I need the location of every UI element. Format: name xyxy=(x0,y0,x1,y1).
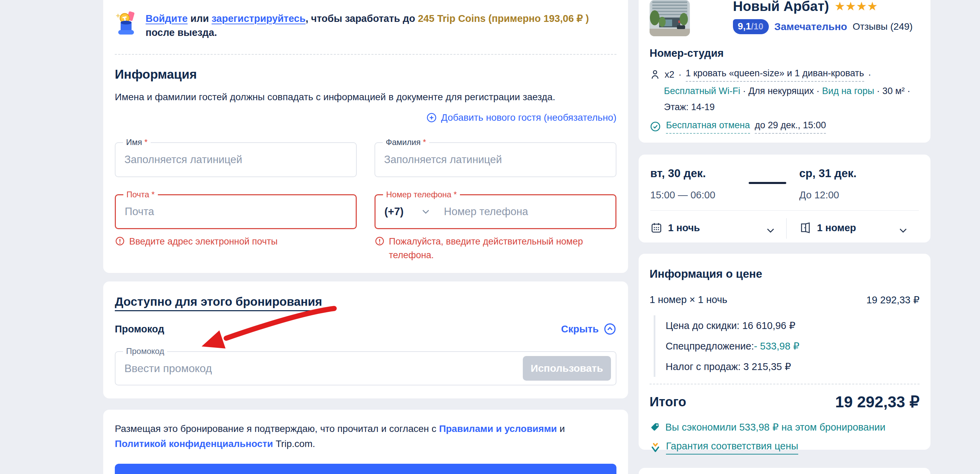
privacy-link[interactable]: Политикой конфиденциальности xyxy=(115,439,273,449)
savings-line: Вы сэкономили 533,98 ₽ на этом бронирова… xyxy=(649,421,920,433)
bed-info-link[interactable]: 1 кровать «queen-size» и 1 диван-кровать xyxy=(686,67,864,82)
login-link[interactable]: Войдите xyxy=(146,13,188,24)
rating-grade: Замечательно xyxy=(774,21,847,32)
door-icon xyxy=(799,222,811,234)
hotel-stars: ★★★★ xyxy=(835,0,878,13)
email-field[interactable]: Почта * xyxy=(115,194,357,229)
info-subtitle: Имена и фамилии гостей должны совпадать … xyxy=(115,91,616,103)
add-guest-link[interactable]: Добавить нового гостя (необязательно) xyxy=(115,112,616,123)
country-code-selector[interactable]: (+7) xyxy=(384,206,404,218)
email-label: Почта xyxy=(126,190,150,199)
cancellation-line: Бесплатная отмена до 29 дек., 15:00 xyxy=(649,119,826,134)
email-error: Введите адрес электронной почты xyxy=(115,235,357,262)
hide-promo-link[interactable]: Скрыть xyxy=(561,322,616,335)
price-line-value: 19 292,33 ₽ xyxy=(866,294,920,306)
terms-text: Размещая это бронирование я подтверждаю,… xyxy=(115,421,616,452)
checkout-date[interactable]: ср, 31 дек. xyxy=(799,167,857,180)
pre-discount-price: Цена до скидки: 16 610,96 ₽ xyxy=(666,315,920,336)
submit-button[interactable] xyxy=(115,464,616,474)
divider xyxy=(786,218,787,239)
nights-selector[interactable]: 1 ночь xyxy=(650,222,700,234)
sales-tax-line: Налог с продаж: 3 215,35 ₽ xyxy=(666,356,920,377)
total-row: Итого 19 292,33 ₽ xyxy=(649,393,920,411)
checkin-date[interactable]: вт, 30 дек. xyxy=(650,167,706,180)
check-circle-icon xyxy=(649,121,661,132)
required-asterisk: * xyxy=(423,137,426,147)
required-asterisk: * xyxy=(151,190,154,199)
next-card-partial xyxy=(639,468,931,474)
price-match-icon xyxy=(649,442,661,453)
chevron-down-icon xyxy=(897,224,909,237)
checkout-page: Войдите или зарегистрируйтесь, чтобы зар… xyxy=(0,0,980,474)
last-name-field[interactable]: Фамилия * xyxy=(374,142,616,177)
total-value: 19 292,33 ₽ xyxy=(835,393,920,411)
special-offer-value: - 533,98 ₽ xyxy=(754,341,800,351)
room-occupancy-line: x2 · 1 кровать «queen-size» и 1 диван-кр… xyxy=(649,67,871,82)
stay-dates-card: вт, 30 дек. ср, 31 дек. 15:00 — 06:00 До… xyxy=(639,155,931,243)
first-name-input[interactable] xyxy=(116,143,356,177)
phone-input[interactable] xyxy=(444,195,606,228)
error-icon xyxy=(374,236,385,246)
plus-circle-icon xyxy=(426,112,437,123)
checkout-time: До 12:00 xyxy=(799,190,839,201)
price-info-card: Информация о цене 1 номер × 1 ночь 19 29… xyxy=(639,254,931,450)
guest-info-card: Войдите или зарегистрируйтесь, чтобы зар… xyxy=(103,0,628,273)
room-type: Номер-студия xyxy=(649,47,724,59)
divider xyxy=(649,384,920,385)
phone-field[interactable]: Номер телефона * (+7) xyxy=(374,194,616,229)
promo-heading: Доступно для этого бронирования xyxy=(115,294,322,309)
free-cancellation-link[interactable]: Бесплатная отмена xyxy=(666,119,750,134)
promo-label: Промокод xyxy=(115,324,164,335)
price-breakdown: Цена до скидки: 16 610,96 ₽ Спецпредложе… xyxy=(654,315,920,377)
error-icon xyxy=(115,236,125,246)
hotel-photo xyxy=(649,0,690,36)
phone-label: Номер телефона xyxy=(386,190,452,199)
first-name-field[interactable]: Имя * xyxy=(115,142,357,177)
dates-separator xyxy=(749,182,786,184)
price-heading: Информация о цене xyxy=(649,267,920,281)
chevron-up-circle-icon xyxy=(603,322,616,335)
price-line: 1 номер × 1 ночь 19 292,33 ₽ xyxy=(649,294,920,306)
hotel-summary-card: Новый Арбат) ★★★★ 9,1/10 Замечательно От… xyxy=(639,0,931,143)
promo-card: Доступно для этого бронирования Промокод… xyxy=(103,281,628,398)
person-icon xyxy=(649,69,660,80)
wifi-link[interactable]: Бесплатный Wi-Fi xyxy=(664,86,740,96)
room-floor-line: Этаж: 14-19 xyxy=(664,101,715,113)
chevron-down-icon xyxy=(420,206,431,217)
rooms-selector[interactable]: 1 номер xyxy=(799,222,856,234)
reviews-count[interactable]: Отзывы (249) xyxy=(853,21,913,32)
register-link[interactable]: зарегистрируйтесь xyxy=(212,13,305,24)
tag-icon xyxy=(649,422,660,433)
hotel-name: Новый Арбат) ★★★★ xyxy=(733,0,878,14)
price-guarantee-line: Гарантия соответствия цены xyxy=(649,440,920,455)
required-asterisk: * xyxy=(144,137,147,147)
room-amenities-line: Бесплатный Wi-Fi · Для некурящих · Вид н… xyxy=(664,85,910,97)
terms-link[interactable]: Правилами и условиями xyxy=(439,423,557,434)
special-offer-line: Спецпредложение:- 533,98 ₽ xyxy=(666,336,920,356)
first-name-label: Имя xyxy=(126,137,142,147)
checkin-time: 15:00 — 06:00 xyxy=(650,190,715,201)
promo-code-field[interactable]: Промокод Использовать xyxy=(115,351,616,385)
price-guarantee-link[interactable]: Гарантия соответствия цены xyxy=(666,440,798,455)
view-link[interactable]: Вид на горы xyxy=(822,86,874,96)
rating-badge: 9,1/10 xyxy=(733,19,769,34)
divider xyxy=(115,54,616,55)
total-label: Итого xyxy=(649,395,686,409)
required-asterisk: * xyxy=(454,190,457,199)
trip-coins-text: 245 Trip Coins (примерно 193,06 ₽ ) xyxy=(418,13,589,24)
calendar-icon xyxy=(650,222,663,234)
login-banner-text: Войдите или зарегистрируйтесь, чтобы зар… xyxy=(146,10,589,40)
info-heading: Информация xyxy=(115,67,616,82)
apply-promo-button[interactable]: Использовать xyxy=(523,356,611,381)
login-banner: Войдите или зарегистрируйтесь, чтобы зар… xyxy=(115,10,616,40)
chevron-down-icon xyxy=(764,224,777,237)
last-name-label: Фамилия xyxy=(386,137,421,147)
terms-card: Размещая это бронирование я подтверждаю,… xyxy=(103,410,628,474)
email-input[interactable] xyxy=(116,195,356,228)
divider xyxy=(650,210,919,211)
magic-hat-icon xyxy=(115,10,137,40)
promo-field-label: Промокод xyxy=(123,346,167,356)
last-name-input[interactable] xyxy=(375,143,616,177)
phone-error: Пожалуйста, введите действительный номер… xyxy=(374,235,616,262)
